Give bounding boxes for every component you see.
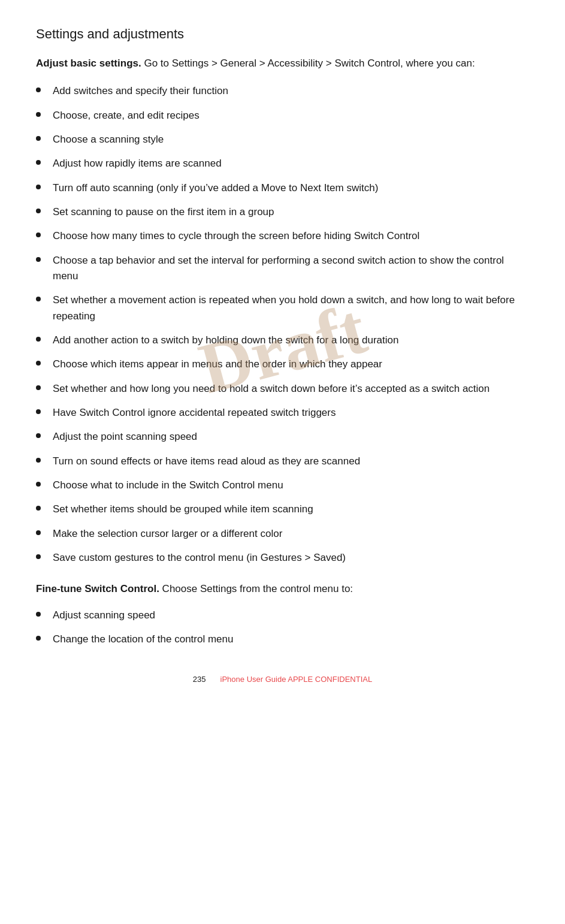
list-item-text: Turn off auto scanning (only if you’ve a… xyxy=(53,180,378,196)
bullet-dot-icon xyxy=(36,482,41,487)
main-bullet-list: Add switches and specify their functionC… xyxy=(36,83,529,566)
list-item-text: Adjust the point scanning speed xyxy=(53,429,197,445)
bullet-dot-icon xyxy=(36,297,41,301)
list-item: Set whether items should be grouped whil… xyxy=(36,502,529,517)
bullet-dot-icon xyxy=(36,112,41,117)
list-item-text: Choose which items appear in menus and t… xyxy=(53,357,382,372)
bullet-dot-icon xyxy=(36,506,41,511)
page-footer: 235 iPhone User Guide APPLE CONFIDENTIAL xyxy=(0,674,565,686)
list-item-text: Save custom gestures to the control menu… xyxy=(53,550,346,566)
bullet-dot-icon xyxy=(36,385,41,390)
list-item-text: Set whether and how long you need to hol… xyxy=(53,381,490,397)
fine-tune-paragraph: Fine-tune Switch Control. Choose Setting… xyxy=(36,581,529,597)
footer-page-number: 235 xyxy=(193,674,206,686)
bullet-dot-icon xyxy=(36,361,41,366)
list-item-text: Have Switch Control ignore accidental re… xyxy=(53,405,336,421)
list-item: Choose what to include in the Switch Con… xyxy=(36,478,529,493)
bullet-dot-icon xyxy=(36,87,41,92)
list-item: Adjust the point scanning speed xyxy=(36,429,529,445)
fine-tune-bold-text: Fine-tune Switch Control. xyxy=(36,583,159,594)
list-item-text: Add switches and specify their function xyxy=(53,83,228,99)
list-item: Choose a scanning style xyxy=(36,132,529,147)
fine-tune-rest-text: Choose Settings from the control menu to… xyxy=(159,583,353,594)
bullet-dot-icon xyxy=(36,136,41,141)
bullet-dot-icon xyxy=(36,530,41,535)
list-item: Set whether and how long you need to hol… xyxy=(36,381,529,397)
list-item: Change the location of the control menu xyxy=(36,632,529,647)
list-item: Set whether a movement action is repeate… xyxy=(36,292,529,324)
list-item-text: Set scanning to pause on the first item … xyxy=(53,204,274,220)
list-item-text: Make the selection cursor larger or a di… xyxy=(53,526,282,542)
list-item: Choose a tap behavior and set the interv… xyxy=(36,253,529,285)
list-item-text: Choose a scanning style xyxy=(53,132,164,147)
list-item: Choose how many times to cycle through t… xyxy=(36,228,529,244)
list-item: Turn on sound effects or have items read… xyxy=(36,454,529,469)
list-item: Choose, create, and edit recipes xyxy=(36,108,529,123)
list-item: Add switches and specify their function xyxy=(36,83,529,99)
bullet-dot-icon xyxy=(36,209,41,213)
list-item-text: Choose what to include in the Switch Con… xyxy=(53,478,283,493)
intro-bold-text: Adjust basic settings. xyxy=(36,58,141,69)
list-item: Have Switch Control ignore accidental re… xyxy=(36,405,529,421)
list-item: Add another action to a switch by holdin… xyxy=(36,333,529,348)
list-item-text: Turn on sound effects or have items read… xyxy=(53,454,360,469)
bullet-dot-icon xyxy=(36,458,41,463)
list-item-text: Choose how many times to cycle through t… xyxy=(53,228,419,244)
list-item: Choose which items appear in menus and t… xyxy=(36,357,529,372)
bullet-dot-icon xyxy=(36,160,41,165)
list-item-text: Adjust scanning speed xyxy=(53,608,155,623)
list-item-text: Add another action to a switch by holdin… xyxy=(53,333,398,348)
section-title: Settings and adjustments xyxy=(36,24,529,44)
footer-book-title: iPhone User Guide APPLE CONFIDENTIAL xyxy=(220,674,373,686)
bullet-dot-icon xyxy=(36,636,41,641)
list-item-text: Choose a tap behavior and set the interv… xyxy=(53,253,529,285)
intro-paragraph: Adjust basic settings. Go to Settings > … xyxy=(36,55,529,71)
bullet-dot-icon xyxy=(36,433,41,438)
list-item-text: Choose, create, and edit recipes xyxy=(53,108,200,123)
list-item: Turn off auto scanning (only if you’ve a… xyxy=(36,180,529,196)
bullet-dot-icon xyxy=(36,337,41,342)
fine-tune-bullet-list: Adjust scanning speedChange the location… xyxy=(36,608,529,648)
list-item-text: Set whether items should be grouped whil… xyxy=(53,502,313,517)
list-item: Save custom gestures to the control menu… xyxy=(36,550,529,566)
list-item: Adjust scanning speed xyxy=(36,608,529,623)
bullet-dot-icon xyxy=(36,257,41,262)
bullet-dot-icon xyxy=(36,409,41,414)
list-item: Adjust how rapidly items are scanned xyxy=(36,156,529,171)
list-item-text: Change the location of the control menu xyxy=(53,632,233,647)
bullet-dot-icon xyxy=(36,232,41,237)
list-item-text: Adjust how rapidly items are scanned xyxy=(53,156,222,171)
list-item: Make the selection cursor larger or a di… xyxy=(36,526,529,542)
intro-rest-text: Go to Settings > General > Accessibility… xyxy=(141,58,475,69)
bullet-dot-icon xyxy=(36,554,41,559)
page-container: Draft Settings and adjustments Adjust ba… xyxy=(0,0,565,697)
bullet-dot-icon xyxy=(36,612,41,617)
list-item-text: Set whether a movement action is repeate… xyxy=(53,292,529,324)
list-item: Set scanning to pause on the first item … xyxy=(36,204,529,220)
bullet-dot-icon xyxy=(36,185,41,189)
